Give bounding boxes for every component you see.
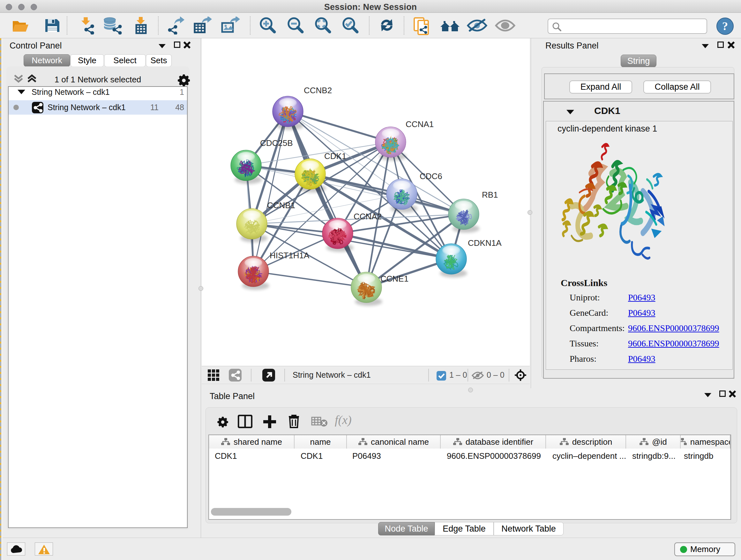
svg-text:CDC25B: CDC25B: [260, 138, 293, 148]
svg-text:CDC6: CDC6: [420, 172, 442, 181]
svg-text:CCNB1: CCNB1: [267, 200, 295, 210]
svg-text:CDKN1A: CDKN1A: [468, 238, 502, 248]
svg-text:?: ?: [722, 20, 728, 33]
svg-text:HIST1H1A: HIST1H1A: [270, 251, 310, 260]
svg-text:RB1: RB1: [482, 190, 498, 199]
svg-text:CCNE1: CCNE1: [381, 274, 408, 284]
svg-text:CCNB2: CCNB2: [304, 85, 332, 95]
svg-text:CCNA1: CCNA1: [406, 119, 434, 129]
svg-text:CCNA2: CCNA2: [354, 212, 382, 221]
svg-text:CDK1: CDK1: [324, 151, 346, 161]
